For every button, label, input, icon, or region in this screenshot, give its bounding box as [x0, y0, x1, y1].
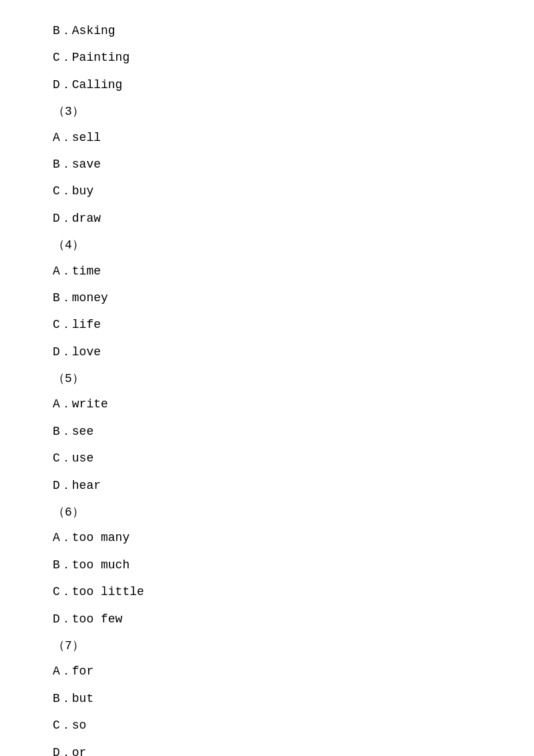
d-hear: D．hear — [53, 475, 481, 496]
d-draw: D．draw — [53, 208, 481, 229]
q3-label: （3） — [53, 101, 481, 122]
b-money: B．money — [53, 287, 481, 309]
q5-label: （5） — [53, 368, 481, 389]
d-love: D．love — [53, 341, 481, 363]
c-use: C．use — [53, 447, 481, 469]
a-time: A．time — [53, 260, 481, 282]
q4-label: （4） — [53, 234, 481, 256]
c-life: C．life — [53, 314, 481, 335]
c-painting: C．Painting — [53, 47, 481, 68]
b-too-much: B．too much — [53, 554, 481, 576]
d-or: D．or — [53, 742, 481, 756]
main-content: B．Asking C．Painting D．Calling （3） A．sell… — [0, 0, 534, 756]
a-too-many: A．too many — [53, 527, 481, 548]
b-but: B．but — [53, 688, 481, 709]
c-buy: C．buy — [53, 180, 481, 202]
c-so: C．so — [53, 715, 481, 736]
d-too-few: D．too few — [53, 608, 481, 630]
a-sell: A．sell — [53, 127, 481, 148]
c-too-little: C．too little — [53, 581, 481, 602]
q7-label: （7） — [53, 635, 481, 656]
b-save: B．save — [53, 154, 481, 175]
b-see: B．see — [53, 421, 481, 442]
q6-label: （6） — [53, 502, 481, 523]
d-calling: D．Calling — [53, 74, 481, 96]
a-for: A．for — [53, 660, 481, 682]
b-asking: B．Asking — [53, 20, 481, 41]
a-write: A．write — [53, 393, 481, 415]
